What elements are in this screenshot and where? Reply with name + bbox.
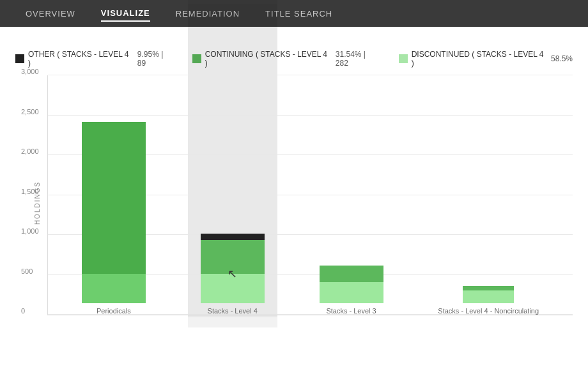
bar-segment-dark [201,234,265,240]
bar-group-1: Stacks - Level 4↖ [201,234,265,315]
bar-label-0: Periodicals [97,307,131,315]
legend-item-discontinued: DISCONTINUED ( STACKS - LEVEL 4 ) 58.5% [399,50,573,68]
bar-segment-mid [201,240,265,274]
grid-area: PeriodicalsStacks - Level 4↖Stacks - Lev… [47,75,573,315]
legend-label-other: OTHER ( STACKS - LEVEL 4 ) [28,50,131,68]
y-tick-label: 1,500 [21,188,39,195]
chart-inner: PeriodicalsStacks - Level 4↖Stacks - Lev… [47,75,573,331]
y-tick-label: 3,000 [21,68,39,75]
y-tick-label: 2,000 [21,147,39,155]
nav-bar: OVERVIEWVISUALIZEREMEDIATIONTITLE SEARCH [0,0,588,27]
bar-segment-light [201,274,265,303]
legend-value-other: 9.95% | 89 [137,50,173,68]
legend-value-discontinued: 58.5% [551,54,573,63]
bar-stack-0 [82,122,146,303]
legend-label-discontinued: DISCONTINUED ( STACKS - LEVEL 4 ) [412,50,545,68]
bar-label-2: Stacks - Level 3 [326,307,376,315]
grid-line-3,000: 3,000 [48,75,573,75]
legend-swatch-other [15,54,24,63]
nav-item-overview[interactable]: OVERVIEW [26,6,75,21]
bar-segment-light [463,290,514,303]
chart-container: HOLDINGS PeriodicalsStacks - Level 4↖Sta… [15,75,573,331]
page-content: OTHER ( STACKS - LEVEL 4 ) 9.95% | 89 CO… [0,27,588,343]
bar-stack-1 [201,234,265,303]
bar-segment-mid [320,266,383,282]
bar-segment-light [320,282,383,303]
bar-segment-mid [463,286,514,290]
legend-value-continuing: 31.54% | 282 [336,50,380,68]
bar-group-0: Periodicals [82,122,146,315]
bar-stack-2 [320,266,383,303]
nav-item-visualize[interactable]: VISUALIZE [101,6,150,22]
y-tick-label: 0 [21,307,25,315]
y-tick-label: 1,000 [21,227,39,235]
bar-label-3: Stacks - Level 4 - Noncirculating [438,307,539,315]
legend-swatch-discontinued [399,54,408,63]
chart-legend: OTHER ( STACKS - LEVEL 4 ) 9.95% | 89 CO… [15,50,573,68]
bar-group-3: Stacks - Level 4 - Noncirculating [438,286,539,315]
grid-line-2,500: 2,500 [48,115,573,116]
bar-group-2: Stacks - Level 3 [320,266,383,315]
bars-row: PeriodicalsStacks - Level 4↖Stacks - Lev… [48,75,573,315]
bar-stack-3 [463,286,514,303]
legend-item-other: OTHER ( STACKS - LEVEL 4 ) 9.95% | 89 [15,50,173,68]
y-tick-label: 500 [21,267,33,275]
bar-segment-light [82,274,146,303]
bar-segment-mid [82,122,146,274]
bar-label-1: Stacks - Level 4 [208,307,258,315]
y-tick-label: 2,500 [21,108,39,116]
